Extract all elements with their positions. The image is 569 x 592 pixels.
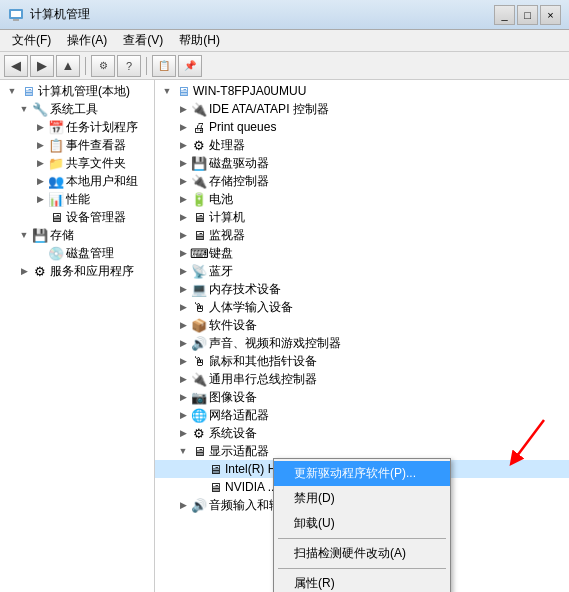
ri13-icon: 🔊: [191, 335, 207, 351]
back-button[interactable]: ◀: [4, 55, 28, 77]
left-device-manager[interactable]: ▶ 🖥 设备管理器: [0, 208, 154, 226]
ri16-expand[interactable]: ▶: [175, 389, 191, 405]
properties-button[interactable]: 📋: [152, 55, 176, 77]
perf-expand[interactable]: ▶: [32, 191, 48, 207]
right-root[interactable]: ▼ 🖥 WIN-T8FPJA0UMUU: [155, 82, 569, 100]
users-expand[interactable]: ▶: [32, 173, 48, 189]
left-local-users[interactable]: ▶ 👥 本地用户和组: [0, 172, 154, 190]
system-tools-expand[interactable]: ▼: [16, 101, 32, 117]
ctx-disable[interactable]: 禁用(D): [274, 486, 450, 511]
action-button[interactable]: ⚙: [91, 55, 115, 77]
users-label: 本地用户和组: [66, 175, 138, 187]
ri16-label: 图像设备: [209, 391, 257, 403]
ri14-expand[interactable]: ▶: [175, 353, 191, 369]
minimize-button[interactable]: _: [494, 5, 515, 25]
right-item-8[interactable]: ▶ ⌨ 键盘: [155, 244, 569, 262]
ri10-expand[interactable]: ▶: [175, 281, 191, 297]
left-storage[interactable]: ▼ 💾 存储: [0, 226, 154, 244]
ctx-uninstall[interactable]: 卸载(U): [274, 511, 450, 536]
right-item-4[interactable]: ▶ 🔌 存储控制器: [155, 172, 569, 190]
ri17-expand[interactable]: ▶: [175, 407, 191, 423]
ri12-expand[interactable]: ▶: [175, 317, 191, 333]
ctx-update-driver[interactable]: 更新驱动程序软件(P)...: [274, 461, 450, 486]
services-label: 服务和应用程序: [50, 265, 134, 277]
users-icon: 👥: [48, 173, 64, 189]
ctx-scan[interactable]: 扫描检测硬件改动(A): [274, 541, 450, 566]
help-button[interactable]: ?: [117, 55, 141, 77]
main-area: ▼ 🖥 计算机管理(本地) ▼ 🔧 系统工具 ▶ 📅 任务计划程序 ▶ 📋 事件…: [0, 80, 569, 592]
ri1-expand[interactable]: ▶: [175, 119, 191, 135]
right-panel: ▼ 🖥 WIN-T8FPJA0UMUU ▶ 🔌 IDE ATA/ATAPI 控制…: [155, 80, 569, 592]
right-root-expand[interactable]: ▼: [159, 83, 175, 99]
forward-button[interactable]: ▶: [30, 55, 54, 77]
ri20-icon: 🔊: [191, 497, 207, 513]
ri3-expand[interactable]: ▶: [175, 155, 191, 171]
right-root-label: WIN-T8FPJA0UMUU: [193, 85, 306, 97]
right-item-3[interactable]: ▶ 💾 磁盘驱动器: [155, 154, 569, 172]
maximize-button[interactable]: □: [517, 5, 538, 25]
extra-button[interactable]: 📌: [178, 55, 202, 77]
ctx-properties[interactable]: 属性(R): [274, 571, 450, 592]
right-item-11[interactable]: ▶ 🖱 人体学输入设备: [155, 298, 569, 316]
right-item-13[interactable]: ▶ 🔊 声音、视频和游戏控制器: [155, 334, 569, 352]
services-expand[interactable]: ▶: [16, 263, 32, 279]
svg-rect-2: [13, 19, 19, 21]
ri15-expand[interactable]: ▶: [175, 371, 191, 387]
right-item-14[interactable]: ▶ 🖱 鼠标和其他指针设备: [155, 352, 569, 370]
right-item-18[interactable]: ▶ ⚙ 系统设备: [155, 424, 569, 442]
ri7-expand[interactable]: ▶: [175, 227, 191, 243]
left-root[interactable]: ▼ 🖥 计算机管理(本地): [0, 82, 154, 100]
right-item-0[interactable]: ▶ 🔌 IDE ATA/ATAPI 控制器: [155, 100, 569, 118]
left-task-scheduler[interactable]: ▶ 📅 任务计划程序: [0, 118, 154, 136]
ri6-icon: 🖥: [191, 209, 207, 225]
up-button[interactable]: ▲: [56, 55, 80, 77]
right-item-17[interactable]: ▶ 🌐 网络适配器: [155, 406, 569, 424]
ri7-label: 监视器: [209, 229, 245, 241]
intel-icon: 🖥: [207, 461, 223, 477]
menu-help[interactable]: 帮助(H): [171, 30, 228, 51]
menu-view[interactable]: 查看(V): [115, 30, 171, 51]
ri20-expand[interactable]: ▶: [175, 497, 191, 513]
ri0-expand[interactable]: ▶: [175, 101, 191, 117]
root-expand-icon[interactable]: ▼: [4, 83, 20, 99]
left-services[interactable]: ▶ ⚙ 服务和应用程序: [0, 262, 154, 280]
close-button[interactable]: ×: [540, 5, 561, 25]
right-item-2[interactable]: ▶ ⚙ 处理器: [155, 136, 569, 154]
right-item-6[interactable]: ▶ 🖥 计算机: [155, 208, 569, 226]
left-disk-mgmt[interactable]: ▶ 💿 磁盘管理: [0, 244, 154, 262]
right-item-1[interactable]: ▶ 🖨 Print queues: [155, 118, 569, 136]
menu-action[interactable]: 操作(A): [59, 30, 115, 51]
right-item-10[interactable]: ▶ 💻 内存技术设备: [155, 280, 569, 298]
ri5-expand[interactable]: ▶: [175, 191, 191, 207]
ri10-label: 内存技术设备: [209, 283, 281, 295]
right-item-5[interactable]: ▶ 🔋 电池: [155, 190, 569, 208]
left-system-tools[interactable]: ▼ 🔧 系统工具: [0, 100, 154, 118]
right-item-9[interactable]: ▶ 📡 蓝牙: [155, 262, 569, 280]
ri11-expand[interactable]: ▶: [175, 299, 191, 315]
ri9-expand[interactable]: ▶: [175, 263, 191, 279]
app-icon: [8, 7, 24, 23]
task-expand[interactable]: ▶: [32, 119, 48, 135]
devmgr-label: 设备管理器: [66, 211, 126, 223]
event-expand[interactable]: ▶: [32, 137, 48, 153]
ri13-expand[interactable]: ▶: [175, 335, 191, 351]
ri6-expand[interactable]: ▶: [175, 209, 191, 225]
right-item-16[interactable]: ▶ 📷 图像设备: [155, 388, 569, 406]
ri4-expand[interactable]: ▶: [175, 173, 191, 189]
right-item-15[interactable]: ▶ 🔌 通用串行总线控制器: [155, 370, 569, 388]
ri2-expand[interactable]: ▶: [175, 137, 191, 153]
left-shared-folders[interactable]: ▶ 📁 共享文件夹: [0, 154, 154, 172]
left-performance[interactable]: ▶ 📊 性能: [0, 190, 154, 208]
menu-file[interactable]: 文件(F): [4, 30, 59, 51]
shared-expand[interactable]: ▶: [32, 155, 48, 171]
ri19-expand[interactable]: ▼: [175, 443, 191, 459]
ri0-icon: 🔌: [191, 101, 207, 117]
ri4-icon: 🔌: [191, 173, 207, 189]
right-item-7[interactable]: ▶ 🖥 监视器: [155, 226, 569, 244]
right-item-12[interactable]: ▶ 📦 软件设备: [155, 316, 569, 334]
left-event-viewer[interactable]: ▶ 📋 事件查看器: [0, 136, 154, 154]
left-panel: ▼ 🖥 计算机管理(本地) ▼ 🔧 系统工具 ▶ 📅 任务计划程序 ▶ 📋 事件…: [0, 80, 155, 592]
window-controls[interactable]: _ □ ×: [494, 5, 561, 25]
ri18-expand[interactable]: ▶: [175, 425, 191, 441]
storage-expand[interactable]: ▼: [16, 227, 32, 243]
